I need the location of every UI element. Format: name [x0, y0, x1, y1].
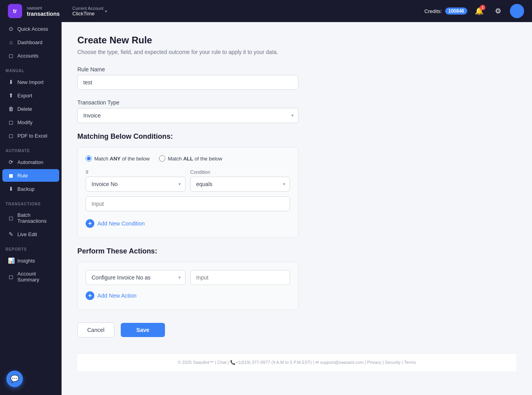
sidebar-item-batch-transactions[interactable]: ◻ Batch Transactions: [2, 209, 59, 227]
if-field-select[interactable]: Invoice No Amount Date Description: [86, 177, 185, 192]
quick-access-icon: ⊙: [8, 26, 14, 32]
page-footer: © 2025 SaasAnt™ | Chat | 📞+1(619) 377-09…: [77, 353, 516, 371]
credits-value: 100846: [445, 7, 467, 15]
chat-fab-button[interactable]: 💬: [6, 371, 23, 387]
action-field-select[interactable]: Configure Invoice No as Configure Amount…: [86, 270, 185, 285]
sidebar-item-backup[interactable]: ⬇ Backup: [2, 183, 59, 195]
sidebar-item-account-summary[interactable]: ◻ Account Summary: [2, 268, 59, 286]
match-type-radio-group: Match ANY of the below Match ALL of the …: [86, 155, 290, 162]
credits-label: Credits:: [424, 8, 442, 14]
add-action-label: Add New Action: [97, 293, 137, 299]
notifications-button[interactable]: 🔔 1: [472, 4, 486, 18]
footer-chat-link[interactable]: Chat: [217, 360, 226, 365]
backup-icon: ⬇: [8, 186, 14, 192]
chat-icon: 💬: [10, 375, 19, 383]
sidebar-item-delete[interactable]: 🗑 Delete: [2, 102, 59, 115]
page-subtitle: Choose the type, field, and expected out…: [77, 49, 516, 55]
form-actions: Cancel Save: [77, 322, 298, 337]
rule-icon: ◼: [8, 172, 14, 179]
sidebar-item-new-import[interactable]: ⬇ New Import: [2, 76, 59, 88]
transaction-type-label: Transaction Type: [77, 99, 516, 106]
sidebar-item-modify[interactable]: ◻ Modify: [2, 116, 59, 129]
sidebar-item-automation[interactable]: ⟳ Automation: [2, 156, 59, 168]
notification-count: 1: [480, 5, 485, 10]
sidebar-label-rule: Rule: [17, 173, 28, 179]
actions-heading: Perform These Actions:: [77, 247, 516, 255]
footer-privacy-link[interactable]: Privacy: [367, 360, 381, 365]
sidebar-section-manual: MANUAL: [0, 62, 62, 75]
all-bold: ALL: [183, 156, 193, 162]
match-all-text: Match ALL of the below: [168, 156, 222, 162]
sidebar-label-live-edit: Live Edit: [17, 231, 37, 237]
sidebar-label-account-summary: Account Summary: [17, 271, 54, 283]
rule-name-label: Rule Name: [77, 66, 516, 73]
sidebar-item-rule[interactable]: ◼ Rule: [2, 169, 59, 182]
save-button[interactable]: Save: [121, 323, 165, 337]
app-header: tr saasant transactions Current Account …: [0, 0, 532, 22]
cancel-button[interactable]: Cancel: [77, 322, 114, 337]
sidebar-item-accounts[interactable]: ◻ Accounts: [2, 49, 59, 62]
brand-name: saasant: [27, 6, 42, 10]
match-any-radio[interactable]: [86, 155, 92, 162]
footer-phone: 📞+1(619) 377-0977 (9 A.M to 5 P.M EST): [230, 360, 312, 365]
transaction-type-select[interactable]: Invoice Bill Sales Receipt Payment: [77, 108, 298, 123]
sidebar-item-export[interactable]: ⬆ Export: [2, 89, 59, 102]
sidebar-label-pdf-to-excel: PDF to Excel: [17, 133, 47, 139]
sidebar-section-automate: AUTOMATE: [0, 142, 62, 155]
action-value-input[interactable]: [190, 270, 290, 285]
dashboard-icon: ⌂: [8, 39, 14, 45]
sidebar-item-dashboard[interactable]: ⌂ Dashboard: [2, 36, 59, 48]
chevron-down-icon: ▾: [105, 9, 107, 13]
add-condition-icon: +: [86, 219, 94, 228]
header-right: Credits: 100846 🔔 1 ⚙: [424, 4, 524, 18]
account-label: Current Account: [72, 6, 103, 11]
sidebar-section-reports: REPORTS: [0, 241, 62, 254]
product-name: transactions: [27, 11, 60, 17]
sidebar-item-quick-access[interactable]: ⊙ Quick Access: [2, 22, 59, 35]
sidebar-item-insights[interactable]: 📊 Insights: [2, 254, 59, 267]
sidebar-label-insights: Insights: [17, 258, 35, 264]
condition-operator-select[interactable]: equals contains starts with ends with: [190, 177, 290, 192]
footer-email-link[interactable]: support@saasant.com: [320, 360, 363, 365]
match-all-radio[interactable]: [159, 155, 165, 162]
action-row: Configure Invoice No as Configure Amount…: [86, 270, 290, 285]
actions-box: Configure Invoice No as Configure Amount…: [77, 262, 298, 310]
match-all-label[interactable]: Match ALL of the below: [159, 155, 222, 162]
matching-heading: Matching Below Conditions:: [77, 132, 516, 141]
sidebar-label-accounts: Accounts: [17, 53, 38, 59]
sidebar-label-dashboard: Dashboard: [17, 39, 43, 45]
accounts-icon: ◻: [8, 52, 14, 59]
sidebar-label-quick-access: Quick Access: [17, 26, 48, 32]
avatar[interactable]: [510, 4, 524, 18]
account-name: ClickTime: [72, 11, 95, 17]
sidebar-item-live-edit[interactable]: ✎ Live Edit: [2, 228, 59, 240]
rule-name-section: Rule Name: [77, 66, 516, 90]
credits-display: Credits: 100846: [424, 7, 467, 15]
settings-button[interactable]: ⚙: [491, 4, 505, 18]
sidebar-label-modify: Modify: [17, 119, 32, 125]
add-action-icon: +: [86, 291, 94, 300]
pdf-to-excel-icon: ◻: [8, 132, 14, 139]
add-condition-button[interactable]: + Add New Condition: [86, 218, 290, 229]
sidebar: ⊙ Quick Access ⌂ Dashboard ◻ Accounts MA…: [0, 22, 62, 395]
any-bold: ANY: [110, 156, 120, 162]
condition-select-wrapper: equals contains starts with ends with ▾: [190, 177, 290, 192]
transaction-type-wrapper: Invoice Bill Sales Receipt Payment ▾: [77, 108, 298, 123]
rule-name-input[interactable]: [77, 75, 298, 90]
account-selector[interactable]: Current Account ClickTime ▾: [72, 6, 107, 17]
transaction-type-section: Transaction Type Invoice Bill Sales Rece…: [77, 99, 516, 123]
sidebar-item-pdf-to-excel[interactable]: ◻ PDF to Excel: [2, 129, 59, 142]
app-logo: tr: [8, 4, 22, 18]
condition-value-input[interactable]: [86, 196, 290, 211]
action-field-wrapper: Configure Invoice No as Configure Amount…: [86, 270, 185, 285]
main-content: Create New Rule Choose the type, field, …: [62, 22, 532, 395]
header-left: tr saasant transactions Current Account …: [8, 4, 107, 18]
add-action-button[interactable]: + Add New Action: [86, 290, 290, 302]
match-any-label[interactable]: Match ANY of the below: [86, 155, 150, 162]
delete-icon: 🗑: [8, 106, 14, 112]
live-edit-icon: ✎: [8, 231, 14, 237]
footer-terms-link[interactable]: Terms: [404, 360, 416, 365]
sidebar-label-new-import: New Import: [17, 79, 43, 85]
new-import-icon: ⬇: [8, 79, 14, 85]
footer-security-link[interactable]: Security: [385, 360, 401, 365]
